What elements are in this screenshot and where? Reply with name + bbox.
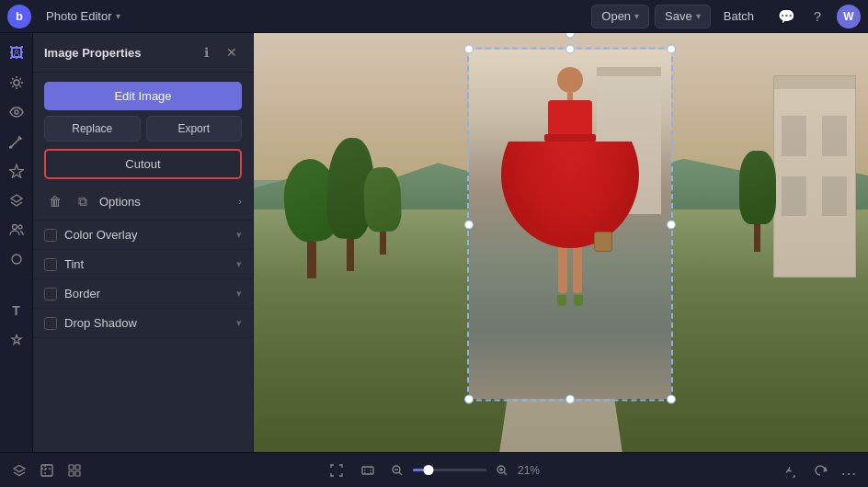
- window-2: [822, 116, 846, 156]
- panel-header: Image Properties ℹ ✕: [33, 33, 253, 73]
- options-chevron: ›: [238, 196, 242, 207]
- help-icon[interactable]: ?: [805, 5, 829, 28]
- sidebar-icon-star[interactable]: [4, 158, 29, 184]
- svg-point-3: [18, 225, 22, 229]
- border-label: Border: [64, 287, 229, 300]
- svg-point-2: [12, 225, 17, 230]
- zoom-out-button[interactable]: [387, 460, 407, 481]
- sidebar-icon-layers[interactable]: [4, 187, 29, 213]
- building-top: [774, 76, 855, 89]
- redo-button[interactable]: [809, 459, 833, 482]
- replace-button[interactable]: Replace: [44, 116, 141, 142]
- grid-bottom-icon[interactable]: [63, 459, 86, 482]
- tree-trunk-r1: [754, 224, 760, 252]
- border-checkbox[interactable]: [44, 288, 57, 300]
- leg-right: [573, 243, 582, 293]
- canvas-bottom-icon[interactable]: [35, 459, 59, 482]
- color-overlay-row[interactable]: Color Overlay ▾: [33, 221, 253, 250]
- undo-button[interactable]: [782, 459, 805, 482]
- app-title-chevron: ▾: [116, 11, 120, 21]
- svg-rect-8: [69, 471, 74, 476]
- drop-shadow-label: Drop Shadow: [64, 316, 229, 330]
- svg-point-1: [15, 110, 18, 114]
- layers-bottom-icon[interactable]: [7, 459, 31, 482]
- fit-frame-icon[interactable]: [325, 459, 348, 482]
- user-avatar[interactable]: W: [837, 5, 861, 28]
- border-chevron: ▾: [236, 288, 242, 300]
- more-options-button[interactable]: …: [837, 459, 861, 482]
- panel-close-icon[interactable]: ✕: [222, 42, 242, 62]
- dress-ruffle: [544, 134, 596, 142]
- drop-shadow-chevron: ▾: [236, 317, 242, 329]
- main-content: 🖼 T Image Properties ℹ: [0, 33, 868, 452]
- color-overlay-label: Color Overlay: [64, 228, 229, 242]
- sidebar-icon-eye[interactable]: [4, 99, 29, 125]
- woman-legs: [558, 243, 582, 293]
- zoom-slider[interactable]: [413, 469, 486, 471]
- bottom-bar: 21% …: [0, 452, 868, 487]
- svg-rect-7: [75, 465, 80, 470]
- svg-rect-10: [362, 467, 373, 474]
- tree-trunk-1: [307, 242, 316, 278]
- cutout-button[interactable]: Cutout: [44, 149, 242, 179]
- tint-checkbox[interactable]: [44, 258, 57, 271]
- app-title-label: Photo Editor: [46, 9, 112, 23]
- sidebar-icon-effects[interactable]: [4, 327, 29, 353]
- woman-figure: [501, 67, 639, 306]
- tint-chevron: ▾: [236, 258, 242, 270]
- aspect-ratio-icon[interactable]: [356, 459, 380, 482]
- tree-trunk-small: [380, 232, 386, 255]
- sidebar-icon-photo[interactable]: 🖼: [4, 40, 29, 66]
- woman-head: [557, 67, 583, 93]
- duplicate-icon[interactable]: ⧉: [72, 190, 94, 212]
- border-row[interactable]: Border ▾: [33, 279, 253, 309]
- comment-icon[interactable]: 💬: [774, 5, 798, 28]
- bottom-left-icons: [7, 459, 86, 482]
- save-chevron: ▾: [696, 11, 701, 21]
- options-label[interactable]: Options: [99, 195, 233, 209]
- properties-panel: Image Properties ℹ ✕ Edit Image Replace …: [33, 33, 254, 452]
- tree-right-1: [739, 151, 776, 252]
- sidebar-icon-adjust[interactable]: [4, 70, 29, 96]
- drop-shadow-row[interactable]: Drop Shadow ▾: [33, 309, 253, 338]
- app-title-button[interactable]: Photo Editor ▾: [40, 6, 126, 26]
- svg-rect-5: [41, 465, 52, 476]
- delete-icon[interactable]: 🗑: [44, 190, 66, 212]
- panel-title: Image Properties: [44, 46, 190, 60]
- canvas-area[interactable]: [254, 33, 868, 452]
- svg-point-0: [14, 80, 19, 85]
- leg-left: [558, 243, 567, 293]
- sidebar-icon-people[interactable]: [4, 217, 29, 243]
- sidebar-icon-paint[interactable]: [4, 129, 29, 154]
- svg-point-4: [12, 255, 21, 264]
- open-chevron: ▾: [634, 11, 639, 21]
- zoom-in-button[interactable]: [492, 460, 512, 481]
- zoom-slider-thumb[interactable]: [423, 465, 433, 475]
- window-1: [782, 116, 805, 156]
- background-photo: [254, 33, 868, 452]
- save-button[interactable]: Save ▾: [655, 5, 711, 28]
- replace-export-row: Replace Export: [44, 116, 242, 142]
- window-4: [822, 176, 846, 217]
- bottom-center: 21%: [86, 459, 782, 482]
- drop-shadow-checkbox[interactable]: [44, 317, 57, 330]
- edit-image-button[interactable]: Edit Image: [44, 82, 242, 110]
- sidebar-icon-shapes[interactable]: [4, 246, 29, 272]
- open-button[interactable]: Open ▾: [591, 5, 649, 28]
- svg-rect-6: [69, 465, 74, 470]
- shoe-right: [574, 295, 583, 306]
- sidebar-icon-text[interactable]: T: [4, 298, 29, 323]
- tint-row[interactable]: Tint ▾: [33, 250, 253, 279]
- shoe-left: [557, 295, 566, 306]
- tree-body-small: [363, 166, 402, 232]
- selected-image: [469, 50, 671, 399]
- batch-button[interactable]: Batch: [716, 6, 761, 26]
- topbar: b Photo Editor ▾ Open ▾ Save ▾ Batch 💬 ?…: [0, 0, 868, 33]
- color-overlay-checkbox[interactable]: [44, 229, 57, 242]
- export-button[interactable]: Export: [146, 116, 243, 142]
- building: [773, 75, 856, 277]
- app-logo: b: [7, 5, 31, 28]
- zoom-percent: 21%: [518, 464, 543, 477]
- tree-body-r1: [739, 151, 776, 224]
- panel-info-icon[interactable]: ℹ: [196, 42, 216, 62]
